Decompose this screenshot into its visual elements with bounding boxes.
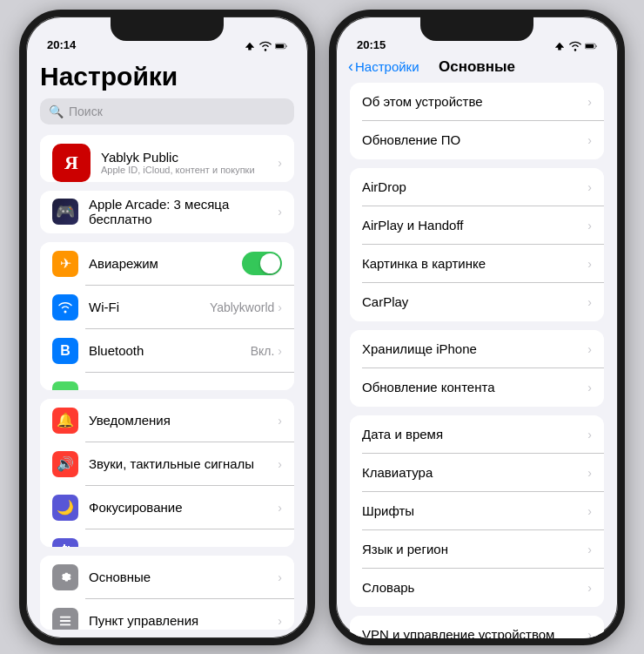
row-focus[interactable]: 🌙 Фокусирование › (40, 486, 294, 529)
right-phone-content: ‹ Настройки Основные Об этом устройстве … (336, 55, 618, 638)
icon-screentime: ⏱ (52, 538, 78, 547)
row-dictionary[interactable]: Словарь › (350, 569, 604, 607)
row-pip[interactable]: Картинка в картинке › (350, 245, 604, 283)
chevron-vpn: › (587, 628, 592, 638)
wifi-icon (259, 41, 272, 51)
yablyk-avatar: Я (52, 144, 91, 182)
label-background-refresh: Обновление контента (362, 380, 587, 394)
settings-title: Настройки (26, 55, 308, 98)
chevron-software-update: › (587, 133, 592, 147)
row-wifi[interactable]: Wi-Fi Yablykworld › (40, 286, 294, 329)
row-language-region[interactable]: Язык и регион › (350, 530, 604, 569)
chevron-datetime: › (587, 428, 592, 442)
value-bluetooth: Вкл. (251, 344, 275, 358)
row-airdrop[interactable]: AirDrop › (350, 168, 604, 206)
label-screentime: Экранное время (89, 543, 189, 547)
airplane-icon (244, 41, 256, 51)
icon-wifi (52, 294, 78, 320)
row-software-update[interactable]: Обновление ПО › (350, 121, 604, 159)
label-datetime: Дата и время (362, 427, 587, 442)
right-phone: 20:15 ‹ Настройки Основные Об э (329, 10, 625, 645)
row-background-refresh[interactable]: Обновление контента › (350, 368, 604, 407)
user-name: Yablyk Public (101, 150, 278, 165)
section-general: Основные › Пункт управления › (40, 556, 294, 630)
chevron-focus: › (278, 501, 282, 515)
row-general[interactable]: Основные › (40, 556, 294, 599)
label-notifications: Уведомления (89, 413, 171, 428)
main-list: Об этом устройстве › Обновление ПО › Air… (336, 83, 618, 638)
icon-general (52, 564, 78, 590)
row-sounds[interactable]: 🔊 Звуки, тактильные сигналы › (40, 442, 294, 486)
row-screentime[interactable]: ⏱ Экранное время › (40, 529, 294, 547)
row-airplane[interactable]: ✈ Авиарежим (40, 242, 294, 286)
arcade-row[interactable]: 🎮 Apple Arcade: 3 месяца бесплатно › (40, 191, 294, 233)
row-controlcenter[interactable]: Пункт управления › (40, 599, 294, 630)
row-vpn[interactable]: VPN и управление устройством › (350, 616, 604, 638)
right-notch (420, 17, 533, 41)
chevron-pip: › (587, 257, 592, 271)
icon-focus: 🌙 (52, 495, 78, 521)
chevron-fonts: › (587, 504, 592, 518)
label-pip: Картинка в картинке (362, 256, 587, 271)
arcade-chevron: › (278, 205, 282, 219)
label-iphone-storage: Хранилище iPhone (362, 341, 587, 356)
row-cellular[interactable]: Сотовая связь Выкл. › (40, 373, 294, 390)
label-sounds: Звуки, тактильные сигналы (89, 456, 254, 471)
label-wifi: Wi-Fi (89, 300, 119, 314)
label-software-update: Обновление ПО (362, 132, 587, 147)
chevron-screentime: › (278, 544, 282, 547)
svg-rect-9 (586, 44, 594, 48)
chevron-controlcenter: › (278, 614, 282, 628)
section-connectivity: ✈ Авиарежим Wi-Fi Yablykworld › B Blueto (40, 242, 294, 390)
nav-title: Основные (439, 58, 515, 76)
chevron-about: › (587, 95, 592, 109)
svg-rect-6 (60, 620, 70, 622)
chevron-general: › (278, 570, 282, 584)
row-iphone-storage[interactable]: Хранилище iPhone › (350, 330, 604, 368)
chevron-keyboard: › (587, 466, 592, 480)
label-cellular: Сотовая связь (89, 387, 176, 390)
user-chevron: › (278, 156, 282, 170)
icon-airplane: ✈ (52, 251, 78, 277)
gear-icon (58, 570, 72, 584)
chevron-cellular: › (278, 388, 282, 390)
battery-icon (275, 41, 287, 51)
right-wifi-icon (569, 41, 581, 51)
row-bluetooth[interactable]: B Bluetooth Вкл. › (40, 329, 294, 373)
icon-bluetooth: B (52, 338, 78, 364)
row-about[interactable]: Об этом устройстве › (350, 83, 604, 121)
icon-cellular (52, 381, 78, 390)
label-controlcenter: Пункт управления (89, 613, 198, 628)
label-airplane: Авиарежим (89, 256, 158, 271)
section-notifications: 🔔 Уведомления › 🔊 Звуки, тактильные сигн… (40, 399, 294, 547)
label-carplay: CarPlay (362, 294, 587, 309)
label-focus: Фокусирование (89, 500, 183, 515)
chevron-sounds: › (278, 457, 282, 471)
search-icon: 🔍 (49, 105, 64, 118)
value-wifi: Yablykworld (210, 300, 274, 314)
search-placeholder: Поиск (69, 105, 103, 118)
nav-back-button[interactable]: ‹ Настройки (348, 57, 419, 76)
chevron-language-region: › (587, 543, 592, 556)
arcade-icon: 🎮 (52, 199, 78, 225)
search-bar[interactable]: 🔍 Поиск (40, 98, 294, 125)
chevron-bluetooth: › (278, 344, 282, 358)
svg-rect-7 (60, 624, 70, 625)
user-card: Я Yablyk Public Apple ID, iCloud, контен… (40, 135, 294, 182)
row-airplay-handoff[interactable]: AirPlay и Handoff › (350, 206, 604, 245)
label-bluetooth: Bluetooth (89, 343, 144, 358)
right-airplane-icon (553, 41, 566, 51)
left-phone: 20:14 Настройки 🔍 Поиск Я Yablyk Public … (19, 10, 315, 645)
user-row[interactable]: Я Yablyk Public Apple ID, iCloud, контен… (40, 135, 294, 182)
row-carplay[interactable]: CarPlay › (350, 283, 604, 321)
row-datetime[interactable]: Дата и время › (350, 415, 604, 454)
row-notifications[interactable]: 🔔 Уведомления › (40, 399, 294, 442)
toggle-airplane[interactable] (242, 252, 282, 275)
section-storage: Хранилище iPhone › Обновление контента › (350, 330, 604, 407)
label-dictionary: Словарь (362, 580, 587, 595)
label-airplay-handoff: AirPlay и Handoff (362, 218, 587, 233)
row-fonts[interactable]: Шрифты › (350, 492, 604, 530)
back-chevron-icon: ‹ (348, 57, 353, 76)
icon-notifications: 🔔 (52, 408, 78, 434)
row-keyboard[interactable]: Клавиатура › (350, 454, 604, 492)
